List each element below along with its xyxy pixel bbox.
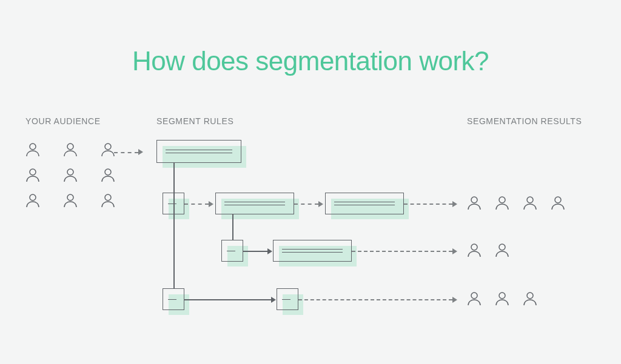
label-segmentation-results: SEGMENTATION RESULTS	[467, 116, 582, 126]
person-icon	[63, 194, 78, 208]
diagram-title: How does segmentation work?	[0, 46, 621, 76]
arrow-to-result-1	[404, 204, 452, 205]
connector-vertical-main	[173, 163, 175, 288]
rule-box-branch3-detail	[277, 288, 298, 310]
rule-box-root	[156, 140, 241, 163]
person-icon	[101, 143, 115, 157]
result-row-1	[467, 196, 565, 211]
label-your-audience: YOUR AUDIENCE	[25, 116, 101, 126]
arrow-audience-to-rules	[114, 152, 138, 153]
rule-box-branch3	[163, 288, 184, 310]
person-icon	[63, 168, 78, 183]
rule-box-branch1-detail-b	[325, 193, 404, 214]
person-icon	[523, 196, 537, 211]
arrow-to-result-3	[298, 299, 452, 300]
label-segment-rules: SEGMENT RULES	[156, 116, 233, 126]
person-icon	[495, 292, 509, 306]
person-icon	[467, 196, 482, 211]
connector-branch1-a	[184, 204, 209, 205]
rule-box-branch2	[221, 240, 243, 262]
person-icon	[467, 243, 482, 258]
arrow-to-result-2	[352, 251, 452, 252]
person-icon	[495, 196, 509, 211]
person-icon	[495, 243, 509, 258]
result-row-2	[467, 243, 509, 258]
person-icon	[551, 196, 565, 211]
audience-people-grid	[25, 143, 125, 208]
person-icon	[25, 194, 40, 208]
person-icon	[25, 143, 40, 157]
person-icon	[467, 292, 482, 306]
connector-branch1-b	[294, 204, 318, 205]
person-icon	[63, 143, 78, 157]
connector-branch2-h	[243, 251, 267, 252]
person-icon	[523, 292, 537, 306]
rule-box-branch1-detail-a	[215, 193, 294, 214]
person-icon	[25, 168, 40, 183]
connector-branch3-h	[184, 299, 271, 300]
result-row-3	[467, 292, 537, 306]
person-icon	[101, 168, 115, 183]
rule-box-branch2-detail	[273, 240, 352, 262]
connector-branch2-v	[232, 214, 233, 240]
person-icon	[101, 194, 115, 208]
